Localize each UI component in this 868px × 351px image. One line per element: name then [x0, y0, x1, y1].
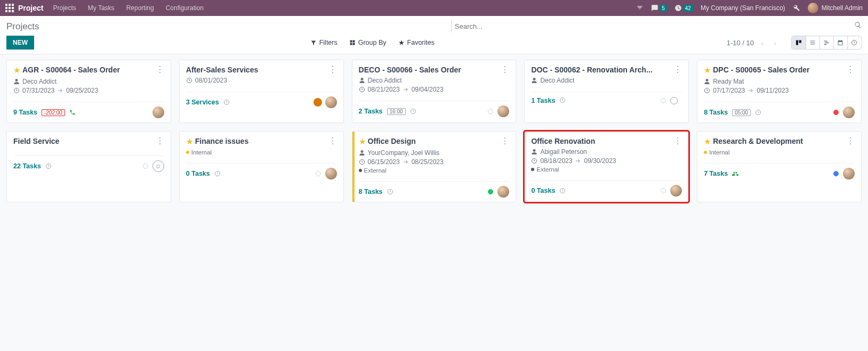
card-partner: Ready Mat [704, 78, 855, 85]
card-dates: 08/21/202309/04/2023 [359, 86, 510, 93]
status-dot[interactable] [833, 171, 839, 176]
groupby-button[interactable]: Group By [349, 39, 387, 46]
svg-rect-0 [5, 4, 7, 6]
favorites-button[interactable]: Favorites [398, 39, 435, 46]
search-icon[interactable] [854, 21, 862, 30]
project-card[interactable]: Field Service ⋮ 22 Tasks ☺ [6, 131, 171, 202]
svg-rect-8 [12, 10, 14, 12]
status-ring[interactable] [670, 97, 678, 104]
clock-icon[interactable] [755, 109, 761, 117]
messages-badge: 5 [660, 5, 667, 12]
view-activity[interactable] [847, 36, 861, 49]
clock-icon[interactable] [214, 170, 221, 178]
search-box[interactable] [451, 20, 862, 32]
project-card[interactable]: ★ DPC - S00065 - Sales Order ⋮ Ready Mat… [697, 60, 862, 123]
star-icon[interactable]: ★ [359, 137, 366, 146]
status-dot[interactable] [661, 98, 666, 103]
assignee-avatar[interactable] [325, 96, 337, 108]
nav-reporting[interactable]: Reporting [126, 4, 154, 12]
nav-projects[interactable]: Projects [53, 4, 76, 12]
card-title: Finance issues [195, 137, 325, 145]
activities-button[interactable]: 42 [674, 4, 693, 12]
star-icon[interactable]: ★ [704, 66, 711, 75]
messages-button[interactable]: 5 [651, 4, 667, 12]
nav-my-tasks[interactable]: My Tasks [88, 4, 115, 12]
project-card[interactable]: ★ AGR - S00064 - Sales Order ⋮ Deco Addi… [6, 60, 171, 123]
card-menu-icon[interactable]: ⋮ [152, 66, 164, 74]
new-button[interactable]: NEW [6, 36, 34, 50]
task-count[interactable]: 8 Tasks [704, 109, 728, 116]
view-kanban[interactable] [792, 36, 806, 49]
task-count[interactable]: 9 Tasks [13, 109, 37, 116]
assignee-avatar[interactable] [152, 107, 164, 118]
card-menu-icon[interactable]: ⋮ [670, 137, 682, 145]
user-menu[interactable]: Mitchell Admin [808, 3, 863, 13]
card-menu-icon[interactable]: ⋮ [325, 66, 337, 74]
task-count[interactable]: 0 Tasks [186, 170, 210, 177]
card-tag: Internal [186, 149, 337, 156]
star-icon[interactable]: ★ [704, 137, 711, 146]
task-count[interactable]: 0 Tasks [531, 187, 555, 194]
pager: 1-10 / 10 ‹ › [727, 36, 862, 50]
clock-icon[interactable] [387, 188, 393, 196]
tools-icon[interactable] [793, 4, 800, 12]
project-card[interactable]: ★ Finance issues ⋮ Internal 0 Tasks [179, 131, 344, 202]
card-partner: Deco Addict [531, 77, 682, 84]
clock-icon[interactable] [559, 96, 566, 104]
project-card[interactable]: Office Renovation ⋮ Abigail Peterson08/1… [524, 131, 689, 202]
clock-icon[interactable] [559, 187, 566, 195]
card-dates: 07/17/202309/11/2023 [704, 87, 855, 94]
voip-icon[interactable] [636, 4, 644, 12]
card-menu-icon[interactable]: ⋮ [497, 66, 509, 74]
card-menu-icon[interactable]: ⋮ [670, 66, 682, 74]
project-card[interactable]: ★ Office Design ⋮ YourCompany, Joel Will… [352, 131, 517, 202]
hours-pill: -202:00 [42, 109, 65, 116]
clock-icon[interactable] [45, 162, 52, 170]
task-count[interactable]: 1 Tasks [531, 97, 555, 104]
card-dates: 06/15/202308/25/2023 [359, 158, 510, 166]
card-menu-icon[interactable]: ⋮ [152, 137, 164, 145]
star-icon[interactable]: ★ [186, 137, 193, 146]
card-menu-icon[interactable]: ⋮ [843, 137, 855, 145]
assignee-avatar[interactable] [843, 107, 855, 118]
view-list[interactable] [806, 36, 819, 49]
app-brand[interactable]: Project [18, 4, 43, 12]
task-count[interactable]: 8 Tasks [359, 188, 383, 195]
status-dot[interactable] [143, 164, 148, 169]
project-card[interactable]: ★ Research & Development ⋮ Internal 7 Ta… [697, 131, 862, 202]
card-menu-icon[interactable]: ⋮ [325, 137, 337, 145]
assignee-avatar[interactable] [325, 168, 337, 179]
project-card[interactable]: DOC - S00062 - Renovation Arch... ⋮ Deco… [524, 60, 689, 123]
assignee-avatar[interactable] [843, 168, 855, 179]
status-dot[interactable] [316, 171, 321, 176]
nav-configuration[interactable]: Configuration [166, 4, 204, 12]
status-dot[interactable] [833, 110, 839, 115]
apps-icon[interactable] [5, 4, 14, 12]
card-menu-icon[interactable]: ⋮ [497, 137, 509, 145]
filters-button[interactable]: Filters [310, 39, 337, 46]
project-card[interactable]: After-Sales Services ⋮ 08/01/2023 3 Serv… [179, 60, 344, 123]
task-count[interactable]: 2 Tasks [359, 108, 383, 115]
task-count[interactable]: 7 Tasks [704, 170, 728, 177]
pager-next[interactable]: › [771, 38, 778, 47]
status-dot[interactable] [488, 189, 493, 194]
company-switcher[interactable]: My Company (San Francisco) [701, 4, 785, 12]
task-count[interactable]: 3 Services [186, 99, 219, 106]
star-icon[interactable]: ★ [13, 66, 20, 75]
project-card[interactable]: DECO - S00066 - Sales Order ⋮ Deco Addic… [352, 60, 517, 123]
card-menu-icon[interactable]: ⋮ [843, 66, 855, 74]
status-dot[interactable] [661, 188, 666, 193]
view-gantt[interactable] [819, 36, 833, 49]
clock-icon[interactable] [410, 108, 416, 116]
view-calendar[interactable] [833, 36, 847, 49]
assignee-avatar[interactable] [497, 186, 509, 198]
status-dot[interactable] [488, 109, 493, 114]
pager-prev[interactable]: ‹ [759, 38, 766, 47]
phone-icon[interactable] [69, 109, 76, 117]
task-count[interactable]: 22 Tasks [13, 162, 41, 170]
search-input[interactable] [455, 20, 862, 32]
assignee-avatar[interactable] [670, 185, 682, 197]
card-title: AGR - S00064 - Sales Order [22, 66, 152, 74]
assignee-avatar[interactable] [497, 105, 509, 117]
clock-icon[interactable] [223, 99, 230, 107]
